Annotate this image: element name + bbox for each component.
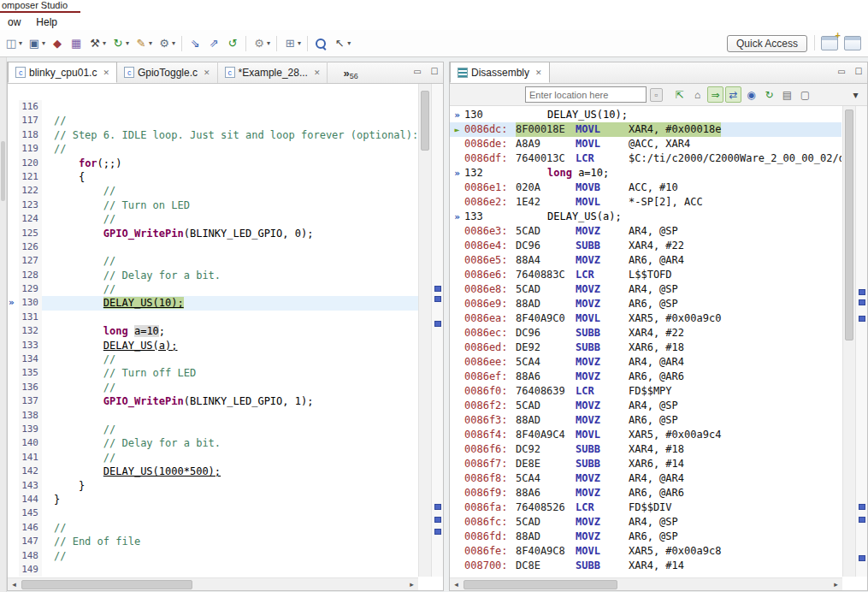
code-text[interactable]: // Step 6. IDLE loop. Just sit and loop … bbox=[42, 128, 418, 142]
close-icon[interactable]: ✕ bbox=[535, 68, 542, 77]
disasm-row-0086e3[interactable]: 0086e3:5CADMOVZAR4, @SP bbox=[450, 224, 841, 239]
occurrence-mark[interactable] bbox=[434, 517, 441, 523]
code-text[interactable]: // Delay for a bit. bbox=[42, 269, 418, 282]
line-number[interactable]: 144 bbox=[19, 493, 42, 506]
line-number[interactable]: 125 bbox=[19, 227, 42, 240]
disasm-row-0086ea[interactable]: 0086ea:8F40A9C0MOVLXAR5, #0x00a9c0 bbox=[450, 311, 841, 326]
code-text[interactable] bbox=[42, 100, 418, 114]
editor-horizontal-scrollbar[interactable]: ◂ ▸ bbox=[8, 577, 418, 590]
code-text[interactable]: // bbox=[42, 381, 418, 394]
refresh-icon[interactable]: ↻ bbox=[761, 86, 777, 103]
disasm-row-0086f4[interactable]: 0086f4:8F40A9C4MOVLXAR5, #0x00a9c4 bbox=[450, 428, 841, 442]
editor-tab-example28[interactable]: *Example_28...✕ bbox=[218, 62, 328, 83]
link-debug-context-icon[interactable]: ⇄ bbox=[725, 86, 741, 103]
disasm-row-0086fe[interactable]: 0086fe:8F40A9C8MOVLXAR5, #0x00a9c8 bbox=[450, 544, 841, 559]
resume-icon[interactable]: ↺ bbox=[223, 33, 242, 54]
scrollbar-thumb[interactable] bbox=[21, 580, 192, 589]
disasm-source-line-132[interactable]: »132long a=10; bbox=[450, 166, 841, 181]
menu-item-help[interactable]: Help bbox=[30, 15, 63, 30]
line-number[interactable]: 130 bbox=[19, 296, 42, 310]
scrollbar-thumb[interactable] bbox=[1, 141, 5, 201]
maximize-button[interactable]: ☐ bbox=[428, 66, 440, 78]
line-number[interactable]: 120 bbox=[19, 157, 42, 170]
new-view-icon[interactable]: ⊞▾ bbox=[280, 33, 304, 54]
occurrence-mark[interactable] bbox=[859, 517, 865, 523]
disasm-row-0086f2[interactable]: 0086f2:5CADMOVZAR4, @SP bbox=[450, 399, 841, 413]
code-text[interactable]: // Turn on LED bbox=[42, 198, 418, 212]
minimize-button[interactable]: ▭ bbox=[836, 66, 847, 78]
occurrence-mark[interactable] bbox=[859, 316, 865, 322]
disasm-row-0086f8[interactable]: 0086f8:5CA4MOVZAR4, @AR4 bbox=[450, 471, 841, 486]
memory-icon[interactable]: ▦ bbox=[67, 33, 86, 54]
wrench-icon[interactable]: ⚙▾ bbox=[250, 33, 273, 54]
editor-tab-blinkycpu01c[interactable]: blinky_cpu01.c✕ bbox=[8, 62, 117, 83]
code-text[interactable]: // bbox=[42, 451, 418, 465]
code-text[interactable]: // bbox=[42, 423, 418, 436]
disasm-row-0086f0[interactable]: 0086f0:76408639LCRFD$$MPY bbox=[450, 384, 841, 399]
occurrence-mark[interactable] bbox=[434, 321, 441, 327]
line-number[interactable]: 116 bbox=[19, 100, 42, 114]
disasm-row-008700[interactable]: 008700:DC8ESUBBXAR4, #14 bbox=[450, 559, 841, 573]
disasm-row-0086f9[interactable]: 0086f9:88A6MOVZAR6, @AR6 bbox=[450, 486, 841, 500]
code-text[interactable] bbox=[42, 240, 418, 254]
line-number[interactable]: 131 bbox=[19, 311, 42, 324]
occurrence-mark[interactable] bbox=[859, 289, 865, 295]
line-number[interactable]: 128 bbox=[19, 269, 42, 282]
line-number[interactable]: 117 bbox=[19, 114, 42, 127]
line-number[interactable]: 138 bbox=[19, 409, 42, 423]
code-text[interactable]: DELAY_US(1000*500); bbox=[42, 465, 418, 478]
disasm-row-0086e8[interactable]: 0086e8:5CADMOVZAR4, @SP bbox=[450, 282, 841, 297]
line-number[interactable]: 127 bbox=[19, 254, 42, 268]
code-text[interactable]: // bbox=[42, 549, 418, 563]
code-text[interactable]: // Turn off LED bbox=[42, 366, 418, 380]
code-text[interactable]: GPIO_WritePin(BLINKY_LED_GPIO, 1); bbox=[42, 394, 418, 408]
disasm-row-0086ef[interactable]: 0086ef:88A6MOVZAR6, @AR6 bbox=[450, 370, 841, 384]
scroll-left-arrow-icon[interactable]: ◂ bbox=[8, 578, 21, 591]
disassembly-horizontal-scrollbar[interactable]: ◂ ▸ bbox=[450, 577, 842, 590]
line-number[interactable]: 122 bbox=[19, 184, 42, 198]
minimize-button[interactable]: ▭ bbox=[411, 66, 423, 78]
tab-overflow-button[interactable]: » 56 bbox=[340, 64, 361, 83]
disasm-row-0086de[interactable]: 0086de:A8A9MOVL@ACC, XAR4 bbox=[450, 137, 841, 151]
save-icon[interactable]: ▣▾ bbox=[25, 33, 48, 54]
close-icon[interactable]: ✕ bbox=[103, 68, 109, 77]
code-text[interactable]: GPIO_WritePin(BLINKY_LED_GPIO, 0); bbox=[42, 227, 418, 240]
disassembly-tab[interactable]: Disassembly ✕ bbox=[450, 62, 550, 83]
code-text[interactable]: // bbox=[42, 254, 418, 268]
disasm-source-line-133[interactable]: »133DELAY_US(a); bbox=[450, 210, 841, 224]
line-number[interactable]: 135 bbox=[19, 366, 42, 380]
occurrence-mark[interactable] bbox=[434, 504, 441, 510]
line-number[interactable]: 124 bbox=[19, 212, 42, 226]
code-text[interactable]: // bbox=[42, 184, 418, 198]
step-into-icon[interactable]: ⇘ bbox=[186, 33, 204, 54]
editor-tab-gpiotogglec[interactable]: GpioToggle.c✕ bbox=[117, 62, 218, 83]
close-icon[interactable]: ✕ bbox=[204, 68, 210, 77]
code-text[interactable]: // bbox=[42, 521, 418, 535]
code-text[interactable]: long a=10; bbox=[42, 324, 418, 338]
disasm-row-0086f7[interactable]: 0086f7:DE8ESUBBXAR6, #14 bbox=[450, 457, 841, 471]
breakpoint-toggle-icon[interactable]: ◉ bbox=[743, 86, 759, 103]
code-text[interactable] bbox=[42, 563, 418, 577]
code-text[interactable]: DELAY_US(10); bbox=[42, 296, 418, 310]
disasm-row-0086fd[interactable]: 0086fd:88ADMOVZAR6, @SP bbox=[450, 530, 841, 544]
disasm-row-0086dc[interactable]: ►0086dc:8F00018EMOVLXAR4, #0x00018e bbox=[450, 122, 841, 137]
code-text[interactable]: { bbox=[42, 170, 418, 184]
line-number[interactable]: 143 bbox=[19, 479, 42, 493]
disasm-row-0086f3[interactable]: 0086f3:88ADMOVZAR6, @SP bbox=[450, 413, 841, 428]
line-number[interactable]: 147 bbox=[19, 535, 42, 548]
refresh-icon[interactable]: ↻▾ bbox=[109, 33, 132, 54]
line-number[interactable]: 139 bbox=[19, 423, 42, 436]
scrollbar-thumb[interactable] bbox=[464, 580, 617, 589]
line-number[interactable]: 134 bbox=[19, 352, 42, 366]
show-source-toggle-icon[interactable]: ⇒ bbox=[707, 86, 723, 103]
disasm-row-0086e2[interactable]: 0086e2:1E42MOVL*-SP[2], ACC bbox=[450, 195, 841, 210]
line-number[interactable]: 149 bbox=[19, 563, 42, 577]
code-text[interactable]: } bbox=[42, 493, 418, 506]
location-input[interactable] bbox=[525, 86, 647, 103]
code-text[interactable]: // bbox=[42, 352, 418, 366]
code-text[interactable]: // bbox=[42, 212, 418, 226]
line-number[interactable]: 132 bbox=[19, 324, 42, 338]
code-text[interactable]: // bbox=[42, 114, 418, 127]
occurrence-mark[interactable] bbox=[859, 504, 865, 510]
occurrence-mark[interactable] bbox=[859, 555, 865, 561]
